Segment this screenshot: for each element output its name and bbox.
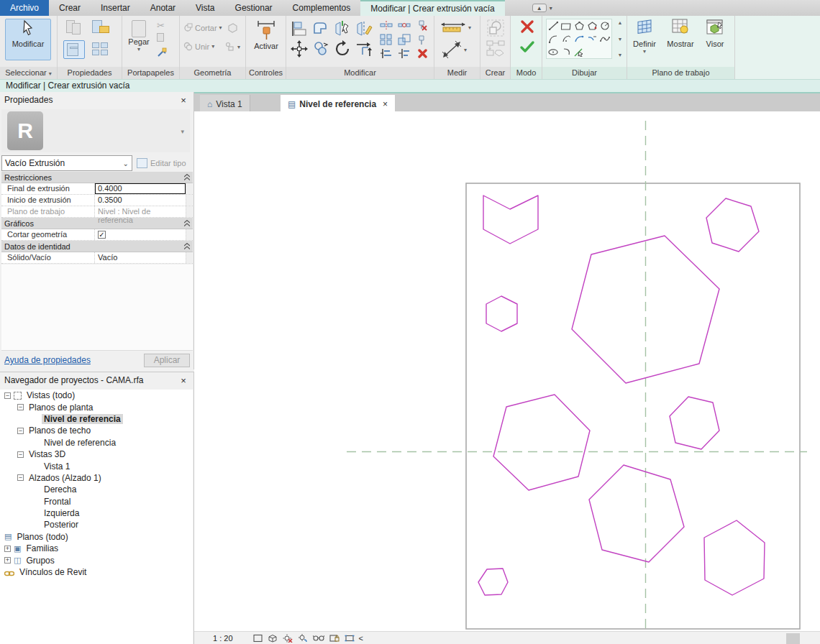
draw-partial-ellipse-tool[interactable] <box>560 45 573 58</box>
pick-lines-tool[interactable] <box>573 45 586 58</box>
family-types-button[interactable] <box>91 19 112 37</box>
detail-level-icon[interactable] <box>253 634 263 643</box>
draw-circle-tool[interactable] <box>598 19 611 32</box>
sun-path-icon[interactable] <box>283 634 293 643</box>
create-group-icon[interactable] <box>486 19 505 37</box>
section-datos-identidad[interactable]: Datos de identidad <box>1 241 193 252</box>
scroll-up-icon[interactable]: ▲ <box>618 20 623 25</box>
trim-extend-icon[interactable] <box>355 40 373 58</box>
draw-arc-start-end-tool[interactable] <box>547 32 560 45</box>
draw-arc-center-ends-tool[interactable] <box>560 32 573 45</box>
cope-icon[interactable] <box>312 20 329 37</box>
cut-geometry-button[interactable]: Cortar▾ <box>183 23 222 32</box>
crop-region-visibility-icon[interactable] <box>345 634 355 643</box>
move-icon[interactable] <box>291 40 308 58</box>
cortar-geometria-checkbox[interactable]: ✓ <box>98 231 106 239</box>
draw-arc-tangent-tool[interactable] <box>573 32 586 45</box>
properties-palette-button[interactable] <box>63 40 85 59</box>
temporary-hide-isolate-icon[interactable] <box>313 634 324 642</box>
rotate-icon[interactable] <box>334 40 351 58</box>
demolish-icon[interactable]: ▾ <box>224 42 240 52</box>
collapse-node-icon[interactable]: − <box>17 451 24 458</box>
tree-item-grupos[interactable]: +◫Grupos <box>0 554 193 566</box>
cancel-sketch-button[interactable] <box>520 19 534 34</box>
sketch-polygon-3[interactable] <box>486 296 517 331</box>
tree-item-planos-todo-[interactable]: ▤Planos (todo) <box>0 531 193 543</box>
close-view-tab-icon[interactable]: × <box>383 99 388 109</box>
aligned-dimension-button[interactable]: ▾ <box>442 40 467 59</box>
view-tab-nivel-referencia[interactable]: ▤ Nivel de referencia × <box>281 95 395 113</box>
project-browser-close-icon[interactable]: × <box>178 375 189 386</box>
collapse-view-bar-icon[interactable]: < <box>359 634 363 643</box>
draw-circumscribed-polygon-tool[interactable] <box>586 19 598 32</box>
collapse-node-icon[interactable]: − <box>17 404 24 410</box>
split-element-icon[interactable] <box>380 20 393 30</box>
menu-tab-insertar[interactable]: Insertar <box>91 0 140 16</box>
properties-close-icon[interactable]: × <box>178 95 189 106</box>
tree-item-alzados-alzado-1-[interactable]: −Alzados (Alzado 1) <box>0 472 193 484</box>
tab-modificar-context[interactable]: Modificar | Crear extrusión vacía <box>360 0 505 16</box>
activate-dimensions-button[interactable]: Activar <box>249 20 283 50</box>
sketch-polygon-2[interactable] <box>706 198 759 252</box>
scale-icon[interactable] <box>398 34 411 45</box>
draw-spline-tool[interactable] <box>598 32 611 45</box>
scale-button[interactable]: 1 : 20 <box>213 634 233 643</box>
menu-tab-vista[interactable]: Vista <box>186 0 224 16</box>
tree-item-frontal[interactable]: Frontal <box>0 496 193 507</box>
paste-button[interactable]: Pegar ▾ <box>127 20 151 52</box>
set-work-plane-button[interactable]: Definir ▾ <box>629 18 660 55</box>
section-graficos[interactable]: Gráficos <box>1 218 193 229</box>
sketch-polygon-8[interactable] <box>704 520 765 595</box>
solid-box-icon[interactable] <box>227 23 238 33</box>
draw-fillet-arc-tool[interactable] <box>586 32 598 45</box>
align-left-icon[interactable] <box>380 48 393 59</box>
collapse-node-icon[interactable]: − <box>4 392 11 399</box>
section-restricciones[interactable]: Restricciones <box>1 172 193 183</box>
align-icon[interactable] <box>291 20 308 37</box>
inicio-extrusion-value[interactable]: 0.3500 <box>95 195 186 206</box>
tree-item-planos-de-techo[interactable]: −Planos de techo <box>0 425 193 436</box>
tree-item-nivel-de-referencia[interactable]: Nivel de referencia <box>0 437 193 448</box>
mirror-draw-axis-icon[interactable] <box>355 20 373 37</box>
visual-style-icon[interactable] <box>268 634 278 643</box>
tree-item-posterior[interactable]: Posterior <box>0 519 193 530</box>
tree-item-vista-1[interactable]: Vista 1 <box>0 460 193 472</box>
type-preview[interactable]: R ▾ <box>1 109 190 152</box>
scroll-down-icon[interactable]: ▼ <box>618 37 623 42</box>
finish-sketch-button[interactable] <box>519 40 535 54</box>
sketch-polygon-1[interactable] <box>483 196 538 244</box>
menu-tab-archivo[interactable]: Archivo <box>0 0 49 16</box>
delete-icon[interactable] <box>418 49 427 58</box>
load-into-project-icon[interactable] <box>486 40 505 58</box>
tree-item-v-nculos-de-revit[interactable]: Vínculos de Revit <box>0 566 193 578</box>
tree-item-vistas-todo-[interactable]: −Vistas (todo) <box>0 390 193 401</box>
apply-button[interactable]: Aplicar <box>144 354 190 367</box>
work-plane-viewer-button[interactable]: Visor <box>699 18 731 48</box>
tree-item-familias[interactable]: +▣Familias <box>0 543 193 554</box>
menu-tab-anotar[interactable]: Anotar <box>140 0 186 16</box>
join-geometry-button[interactable]: Unir▾ <box>183 42 214 51</box>
draw-line-tool[interactable] <box>547 19 560 32</box>
ribbon-collapse-control[interactable]: ▲ ▾ <box>532 0 552 16</box>
unpin-icon[interactable] <box>416 19 427 31</box>
family-category-button[interactable] <box>63 19 85 37</box>
sketch-polygon-9[interactable] <box>478 569 508 595</box>
sketch-polygon-6[interactable] <box>670 397 719 449</box>
crop-region[interactable] <box>466 183 800 629</box>
panel-expand-icon[interactable]: ▼ <box>618 52 623 58</box>
mirror-pick-axis-icon[interactable] <box>334 20 351 37</box>
modify-button[interactable]: Modificar <box>5 19 51 60</box>
tree-item-izquierda[interactable]: Izquierda <box>0 507 193 519</box>
tree-item-planos-de-planta[interactable]: −Planos de planta <box>0 401 193 413</box>
expand-node-icon[interactable]: + <box>4 546 11 552</box>
properties-help-link[interactable]: Ayuda de propiedades <box>4 355 91 365</box>
tree-item-derecha[interactable]: Derecha <box>0 484 193 495</box>
draw-rectangle-tool[interactable] <box>560 19 573 32</box>
expand-node-icon[interactable]: + <box>4 557 11 564</box>
pin-icon[interactable] <box>416 34 427 45</box>
split-with-gap-icon[interactable] <box>398 20 411 30</box>
horizontal-scrollbar-thumb[interactable] <box>786 633 800 644</box>
type-preview-dropdown-icon[interactable]: ▾ <box>181 128 184 135</box>
row-end-button[interactable] <box>186 183 193 194</box>
collapse-node-icon[interactable]: − <box>17 474 24 481</box>
